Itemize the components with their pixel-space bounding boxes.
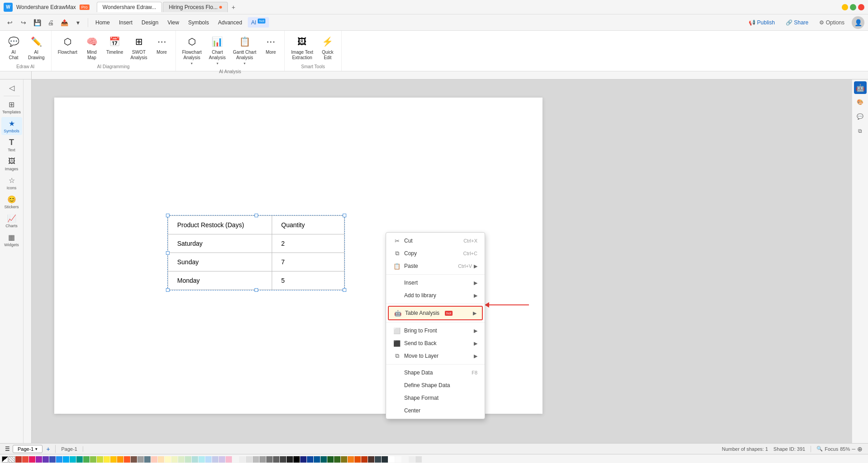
color-swatch[interactable]	[171, 456, 178, 463]
color-swatch[interactable]	[36, 456, 42, 463]
handle-tl[interactable]	[166, 214, 170, 217]
color-swatch[interactable]	[307, 456, 313, 463]
color-swatch[interactable]	[124, 456, 130, 463]
ai-chat-button[interactable]: 💬 AIChat	[4, 33, 24, 62]
sidebar-item-symbols[interactable]: ★ Symbols	[1, 117, 22, 135]
options-button[interactable]: ⚙ Options	[816, 16, 848, 29]
right-sidebar-ai[interactable]: 🤖	[854, 81, 867, 94]
sidebar-item-text[interactable]: T Text	[1, 136, 22, 154]
close-button[interactable]	[858, 4, 864, 10]
zoom-in-icon[interactable]: ⊕	[857, 445, 863, 453]
context-bring-front[interactable]: ⬜ Bring to Front ▶	[386, 324, 485, 337]
context-define-shape[interactable]: Define Shape Data	[386, 379, 485, 392]
color-swatch[interactable]	[293, 456, 300, 463]
color-swatch[interactable]	[314, 456, 320, 463]
tab-2[interactable]: Hiring Process Flo...	[163, 2, 228, 12]
color-swatch[interactable]	[354, 456, 361, 463]
color-swatch[interactable]	[137, 456, 144, 463]
color-no-fill[interactable]	[2, 456, 8, 463]
color-swatch[interactable]	[409, 456, 415, 463]
ai-drawing-button[interactable]: ✏️ AIDrawing	[25, 33, 47, 62]
right-sidebar-comment[interactable]: 💬	[854, 110, 867, 123]
context-insert[interactable]: Insert ▶	[386, 276, 485, 289]
color-swatch[interactable]	[22, 456, 28, 463]
image-text-button[interactable]: 🖼 Image TextExtraction	[288, 33, 316, 62]
sidebar-item-charts[interactable]: 📈 Charts	[1, 212, 22, 230]
handle-br[interactable]	[343, 288, 346, 292]
color-swatch[interactable]	[361, 456, 368, 463]
quick-edit-button[interactable]: ⚡ QuickEdit	[318, 33, 338, 62]
color-swatch[interactable]	[259, 456, 266, 463]
flowchart-analysis-button[interactable]: ⬡ FlowchartAnalysis ▾	[179, 33, 204, 67]
color-swatch[interactable]	[90, 456, 96, 463]
mind-map-button[interactable]: 🧠 MindMap	[82, 33, 102, 62]
gantt-analysis-button[interactable]: 📋 Gantt ChartAnalysis ▾	[230, 33, 259, 67]
menu-advanced[interactable]: Advanced	[214, 18, 245, 28]
color-swatch[interactable]	[49, 456, 56, 463]
color-swatch[interactable]	[158, 456, 164, 463]
color-swatch[interactable]	[321, 456, 327, 463]
more-toolbar-button[interactable]: ▾	[71, 16, 84, 29]
handle-bl[interactable]	[166, 288, 170, 292]
color-swatch[interactable]	[300, 456, 307, 463]
context-copy[interactable]: ⧉ Copy Ctrl+C	[386, 247, 485, 260]
color-swatch[interactable]	[280, 456, 286, 463]
menu-design[interactable]: Design	[138, 18, 162, 28]
flowchart-button[interactable]: ⬡ Flowchart	[55, 33, 80, 57]
sidebar-item-stickers[interactable]: 😊 Stickers	[1, 193, 22, 211]
color-swatch[interactable]	[375, 456, 381, 463]
context-send-back[interactable]: ⬛ Send to Back ▶	[386, 337, 485, 350]
color-swatch[interactable]	[63, 456, 69, 463]
color-swatch[interactable]	[165, 456, 171, 463]
color-swatch[interactable]	[334, 456, 340, 463]
color-swatch[interactable]	[185, 456, 191, 463]
print-button[interactable]: 🖨	[44, 16, 57, 29]
handle-tr[interactable]	[343, 214, 346, 217]
color-swatch[interactable]	[395, 456, 401, 463]
color-swatch[interactable]	[219, 456, 225, 463]
color-swatch[interactable]	[232, 456, 239, 463]
context-center[interactable]: Center	[386, 404, 485, 417]
maximize-button[interactable]	[850, 4, 856, 10]
color-transparent[interactable]	[9, 456, 15, 463]
zoom-out-icon[interactable]: 🔍	[816, 446, 823, 452]
color-swatch[interactable]	[131, 456, 137, 463]
color-swatch[interactable]	[402, 456, 408, 463]
canvas-table-container[interactable]: Product Restock (Days) Quantity Saturday…	[167, 215, 345, 290]
share-button[interactable]: 🔗 Share	[782, 16, 812, 29]
color-swatch[interactable]	[348, 456, 354, 463]
color-swatch[interactable]	[266, 456, 273, 463]
color-swatch[interactable]	[97, 456, 103, 463]
color-swatch[interactable]	[226, 456, 232, 463]
more-diagramming-button[interactable]: ⋯ More	[152, 33, 172, 57]
menu-view[interactable]: View	[164, 18, 183, 28]
add-page-btn[interactable]: +	[44, 445, 52, 453]
color-swatch[interactable]	[15, 456, 22, 463]
canvas-area[interactable]: Product Restock (Days) Quantity Saturday…	[32, 80, 852, 443]
context-paste[interactable]: 📋 Paste Ctrl+V ▶	[386, 260, 485, 272]
color-swatch[interactable]	[144, 456, 151, 463]
color-swatch[interactable]	[212, 456, 218, 463]
sidebar-item-widgets[interactable]: ▦ Widgets	[1, 231, 22, 249]
sidebar-collapse[interactable]: ◁	[1, 81, 22, 94]
menu-symbols[interactable]: Symbols	[184, 18, 212, 28]
pages-menu-btn[interactable]: ☰	[4, 445, 11, 453]
handle-tm[interactable]	[255, 214, 258, 217]
color-swatch[interactable]	[273, 456, 279, 463]
color-swatch[interactable]	[198, 456, 205, 463]
color-swatch[interactable]	[104, 456, 110, 463]
menu-ai[interactable]: AI hot	[248, 17, 269, 28]
color-swatch[interactable]	[178, 456, 184, 463]
save-button[interactable]: 💾	[31, 16, 43, 29]
color-swatch[interactable]	[246, 456, 252, 463]
timeline-button[interactable]: 📅 Timeline	[104, 33, 126, 57]
color-swatch[interactable]	[368, 456, 374, 463]
sidebar-item-images[interactable]: 🖼 Images	[1, 155, 22, 173]
color-swatch[interactable]	[239, 456, 245, 463]
handle-ml[interactable]	[166, 251, 170, 255]
swot-button[interactable]: ⊞ SWOTAnalysis	[127, 33, 150, 62]
new-tab-button[interactable]: +	[229, 3, 238, 12]
color-swatch[interactable]	[205, 456, 212, 463]
minimize-button[interactable]	[842, 4, 848, 10]
tab-1[interactable]: Wondershare Edraw...	[97, 2, 162, 12]
